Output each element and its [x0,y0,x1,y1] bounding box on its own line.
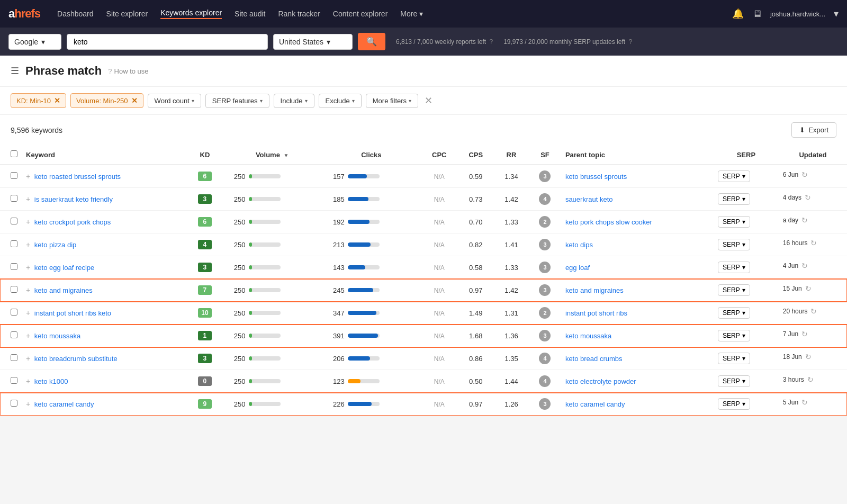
parent-topic-link[interactable]: sauerkraut keto [565,195,613,203]
refresh-icon[interactable]: ↻ [801,216,808,224]
refresh-icon[interactable]: ↻ [810,307,817,316]
row-checkbox-cell[interactable] [0,256,22,279]
user-menu[interactable]: joshua.hardwick... [770,10,825,18]
serp-button[interactable]: SERP ▾ [718,216,750,228]
select-all-checkbox[interactable] [11,150,17,157]
row-checkbox-cell[interactable] [0,233,22,256]
weekly-quota-help-icon[interactable]: ? [489,38,493,46]
notifications-icon[interactable]: 🔔 [732,8,744,20]
refresh-icon[interactable]: ↻ [801,170,808,179]
row-checkbox[interactable] [11,309,17,316]
keyword-link[interactable]: is sauerkraut keto friendly [34,195,113,203]
keyword-link[interactable]: keto breadcrumb substitute [34,355,118,363]
keyword-link[interactable]: instant pot short ribs keto [34,309,111,317]
add-keyword-icon[interactable]: + [26,172,30,181]
row-checkbox[interactable] [11,286,17,293]
refresh-icon[interactable]: ↻ [801,330,808,338]
parent-topic-link[interactable]: egg loaf [565,264,590,272]
row-checkbox-cell[interactable] [0,370,22,393]
refresh-icon[interactable]: ↻ [805,284,812,293]
nav-keywords-explorer[interactable]: Keywords explorer [160,8,222,19]
add-keyword-icon[interactable]: + [26,195,30,203]
parent-topic-link[interactable]: keto bread crumbs [565,355,623,363]
parent-topic-link[interactable]: keto electrolyte powder [565,377,636,385]
kd-column-header[interactable]: KD [187,145,222,165]
row-checkbox[interactable] [11,195,17,202]
refresh-icon[interactable]: ↻ [805,353,812,361]
keyword-column-header[interactable]: Keyword [22,145,187,165]
serp-button[interactable]: SERP ▾ [718,353,750,364]
add-keyword-icon[interactable]: + [26,240,30,249]
add-keyword-icon[interactable]: + [26,263,30,272]
add-keyword-icon[interactable]: + [26,377,30,385]
nav-content-explorer[interactable]: Content explorer [333,10,388,18]
country-select[interactable]: United States ▾ [273,34,353,50]
add-keyword-icon[interactable]: + [26,286,30,294]
parent-topic-link[interactable]: keto brussel sprouts [565,173,627,181]
parent-topic-link[interactable]: keto and migraines [565,286,624,294]
row-checkbox[interactable] [11,218,17,224]
parent-topic-link[interactable]: keto caramel candy [565,400,625,408]
select-all-header[interactable] [0,145,22,165]
search-button[interactable]: 🔍 [358,33,385,50]
row-checkbox-cell[interactable] [0,188,22,211]
kd-filter-remove-button[interactable]: ✕ [54,96,60,105]
nav-site-audit[interactable]: Site audit [235,10,265,18]
keyword-link[interactable]: keto and migraines [34,286,93,294]
add-keyword-icon[interactable]: + [26,400,30,408]
serp-button[interactable]: SERP ▾ [718,330,750,341]
add-keyword-icon[interactable]: + [26,331,30,340]
engine-select[interactable]: Google ▾ [8,34,61,50]
serp-button[interactable]: SERP ▾ [718,398,750,410]
row-checkbox-cell[interactable] [0,279,22,302]
row-checkbox[interactable] [11,172,17,179]
clicks-column-header[interactable]: Clicks [322,145,421,165]
row-checkbox-cell[interactable] [0,347,22,370]
serp-button[interactable]: SERP ▾ [718,307,750,319]
serp-button[interactable]: SERP ▾ [718,375,750,387]
parent-topic-link[interactable]: instant pot short ribs [565,309,627,317]
refresh-icon[interactable]: ↻ [810,239,817,247]
logo[interactable]: ahrefs [8,7,40,21]
keyword-link[interactable]: keto egg loaf recipe [34,264,94,272]
row-checkbox[interactable] [11,377,17,384]
volume-column-header[interactable]: Volume ▼ [223,145,322,165]
keyword-link[interactable]: keto caramel candy [34,400,94,408]
export-button[interactable]: ⬇ Export [791,122,836,138]
word-count-filter-button[interactable]: Word count ▾ [148,94,201,108]
add-keyword-icon[interactable]: + [26,309,30,317]
user-dropdown-icon[interactable]: ▾ [834,8,839,20]
row-checkbox[interactable] [11,354,17,361]
row-checkbox-cell[interactable] [0,302,22,325]
serp-features-filter-button[interactable]: SERP features ▾ [205,94,269,108]
kd-filter-chip[interactable]: KD: Min-10 ✕ [11,93,66,108]
serp-button[interactable]: SERP ▾ [718,239,750,250]
row-checkbox[interactable] [11,331,17,338]
add-keyword-icon[interactable]: + [26,354,30,363]
keyword-link[interactable]: keto k1000 [34,377,68,385]
search-input[interactable] [67,34,268,50]
row-checkbox-cell[interactable] [0,325,22,347]
nav-more[interactable]: More ▾ [400,10,423,18]
parent-topic-link[interactable]: keto moussaka [565,332,611,340]
keyword-link[interactable]: keto crockpot pork chops [34,218,111,226]
nav-rank-tracker[interactable]: Rank tracker [278,10,320,18]
exclude-filter-button[interactable]: Exclude ▾ [319,94,362,108]
volume-filter-remove-button[interactable]: ✕ [131,96,138,105]
refresh-icon[interactable]: ↻ [807,375,814,384]
monthly-quota-help-icon[interactable]: ? [628,38,632,46]
row-checkbox-cell[interactable] [0,393,22,416]
nav-site-explorer[interactable]: Site explorer [106,10,148,18]
monitor-icon[interactable]: 🖥 [752,8,762,20]
row-checkbox-cell[interactable] [0,165,22,188]
keyword-link[interactable]: keto roasted brussel sprouts [34,173,121,181]
keyword-link[interactable]: keto pizza dip [34,241,77,249]
volume-filter-chip[interactable]: Volume: Min-250 ✕ [70,93,143,108]
row-checkbox-cell[interactable] [0,211,22,233]
serp-button[interactable]: SERP ▾ [718,262,750,273]
clear-filters-button[interactable]: ✕ [425,95,432,106]
refresh-icon[interactable]: ↻ [801,398,808,407]
row-checkbox[interactable] [11,263,17,270]
row-checkbox[interactable] [11,240,17,247]
add-keyword-icon[interactable]: + [26,218,30,226]
